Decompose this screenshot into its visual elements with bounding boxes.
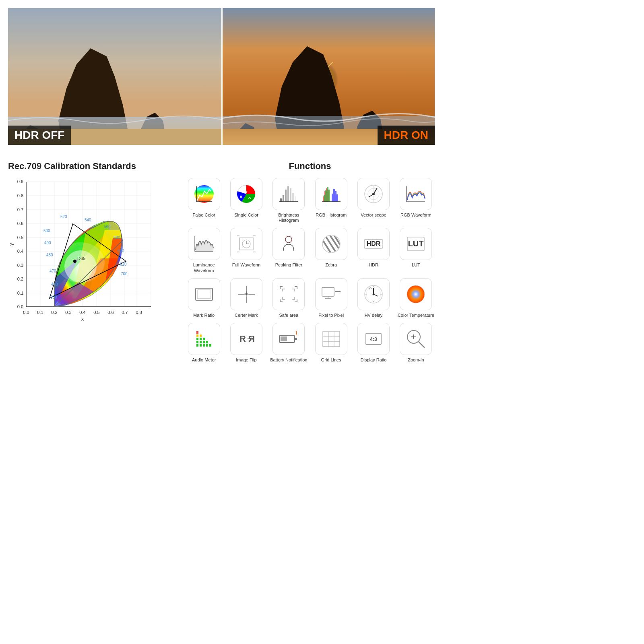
function-label-audio-meter: Audio Meter [192, 357, 216, 363]
svg-text:0.6: 0.6 [107, 310, 114, 315]
function-item-hdr[interactable]: HDR HDR [355, 228, 392, 273]
function-item-lut[interactable]: LUT LUT [397, 228, 435, 273]
svg-text:0.3: 0.3 [17, 263, 23, 268]
svg-text:0.1: 0.1 [17, 291, 23, 295]
function-label-hdr: HDR [369, 262, 378, 268]
function-item-vector-scope[interactable]: Vector scope [355, 178, 392, 223]
function-icon-box-vector-scope [357, 178, 390, 210]
hdr-on-panel: HDR ON [221, 8, 435, 145]
function-item-rgb-histogram[interactable]: RGB Histogram [312, 178, 350, 223]
svg-line-115 [369, 194, 374, 197]
function-label-mark-ratio: Mark Ratio [193, 313, 215, 318]
function-item-rgb-waveform[interactable]: RGB Waveform [397, 178, 435, 223]
function-item-zebra[interactable]: Zebra [312, 228, 350, 273]
svg-text:0.0: 0.0 [23, 310, 29, 315]
svg-text:0.7: 0.7 [17, 207, 23, 212]
svg-text:470: 470 [50, 269, 56, 273]
function-icon-box-false-color [188, 178, 220, 210]
svg-rect-100 [325, 190, 327, 202]
function-icon-box-single-color: R G B [230, 178, 262, 210]
svg-text:500: 500 [43, 229, 50, 233]
svg-rect-178 [206, 344, 208, 347]
function-item-full-waveform[interactable]: Full Waveform [227, 228, 265, 273]
svg-text:0.5: 0.5 [93, 310, 99, 315]
svg-rect-168 [196, 338, 198, 340]
function-item-single-color[interactable]: R G B Single Color [227, 178, 265, 223]
function-item-battery-notification[interactable]: ! Battery Notification [270, 323, 308, 363]
svg-rect-189 [323, 331, 340, 347]
function-item-hv-delay[interactable]: HV delay [355, 278, 392, 318]
svg-text:0.6: 0.6 [17, 221, 23, 226]
function-icon-box-battery-notification: ! [272, 323, 305, 355]
svg-text:x: x [81, 316, 84, 322]
svg-text:0.5: 0.5 [17, 235, 23, 240]
function-icon-box-grid-lines [315, 323, 347, 355]
function-item-image-flip[interactable]: R R Image Flip [227, 323, 265, 363]
svg-rect-88 [283, 195, 284, 202]
svg-text:0.3: 0.3 [65, 310, 71, 315]
function-item-false-color[interactable]: False Color [185, 178, 223, 223]
function-item-peaking-filter[interactable]: Peaking Filter [270, 228, 308, 273]
function-label-peaking-filter: Peaking Filter [275, 262, 302, 268]
function-label-false-color: False Color [193, 213, 215, 218]
function-icon-box-zoom-in [400, 323, 432, 355]
bottom-section: Rec.709 Calibration Standards [8, 161, 435, 363]
svg-line-197 [418, 341, 424, 347]
hdr-off-label: HDR OFF [8, 126, 71, 145]
function-item-pixel-to-pixel[interactable]: Pixel to Pixel [312, 278, 350, 318]
functions-grid: False Color R G B Single Color Brightnes… [185, 178, 435, 363]
svg-text:0.1: 0.1 [37, 310, 43, 315]
function-label-color-temperature: Color Temperature [398, 313, 434, 318]
function-icon-box-peaking-filter [272, 228, 305, 260]
function-item-audio-meter[interactable]: Audio Meter [185, 323, 223, 363]
svg-text:520: 520 [60, 215, 67, 219]
chart-container: 0.0 0.1 0.2 0.3 0.4 0.5 0.6 0.7 0.8 x 0.… [8, 178, 161, 323]
svg-rect-89 [285, 190, 287, 202]
svg-point-159 [372, 293, 374, 295]
svg-point-129 [285, 236, 292, 243]
svg-text:700: 700 [121, 272, 128, 276]
svg-text:620: 620 [120, 262, 127, 266]
function-label-battery-notification: Battery Notification [270, 357, 307, 363]
svg-text:0.9: 0.9 [17, 179, 23, 184]
function-item-center-mark[interactable]: + Certer Mark [227, 278, 265, 318]
svg-text:R: R [248, 334, 255, 344]
hdr-divider [221, 8, 223, 145]
svg-rect-186 [295, 338, 297, 340]
functions-section: Functions False Color R G B Single Color [185, 161, 435, 363]
function-item-zoom-in[interactable]: Zoom-in [397, 323, 435, 363]
svg-text:R: R [245, 190, 248, 194]
svg-rect-175 [203, 344, 205, 347]
calibration-section: Rec.709 Calibration Standards [8, 161, 169, 323]
hdr-on-label: HDR ON [378, 126, 435, 145]
svg-text:D65: D65 [77, 256, 85, 261]
svg-text:HDR: HDR [367, 240, 381, 247]
function-label-rgb-histogram: RGB Histogram [316, 213, 347, 218]
function-label-pixel-to-pixel: Pixel to Pixel [318, 313, 344, 318]
svg-text:0.4: 0.4 [17, 249, 23, 254]
function-label-grid-lines: Grid Lines [321, 357, 341, 363]
function-item-luminance-waveform[interactable]: Luminance Waveform [185, 228, 223, 273]
svg-rect-187 [281, 336, 287, 341]
function-item-color-temperature[interactable]: Color Temperature [397, 278, 435, 318]
svg-rect-87 [280, 198, 282, 202]
function-item-mark-ratio[interactable]: Mark Ratio [185, 278, 223, 318]
function-label-brightness-histogram: Brightness Histogram [270, 213, 308, 223]
function-item-brightness-histogram[interactable]: Brightness Histogram [270, 178, 308, 223]
function-item-grid-lines[interactable]: Grid Lines [312, 323, 350, 363]
svg-rect-179 [206, 341, 208, 343]
function-icon-box-audio-meter [188, 323, 220, 355]
svg-text:R: R [239, 334, 246, 344]
function-item-display-ratio[interactable]: 4:3 Display Ratio [355, 323, 392, 363]
hdr-off-image [8, 8, 221, 145]
svg-rect-141 [197, 290, 211, 299]
svg-rect-169 [196, 334, 198, 337]
function-item-safe-area[interactable]: Safe area [270, 278, 308, 318]
svg-rect-104 [333, 189, 335, 202]
svg-rect-167 [196, 341, 198, 343]
svg-text:380: 380 [50, 295, 57, 299]
hdr-off-panel: HDR OFF [8, 8, 221, 145]
function-icon-box-zebra [315, 228, 347, 260]
function-label-zoom-in: Zoom-in [408, 357, 424, 363]
svg-point-65 [73, 260, 76, 263]
